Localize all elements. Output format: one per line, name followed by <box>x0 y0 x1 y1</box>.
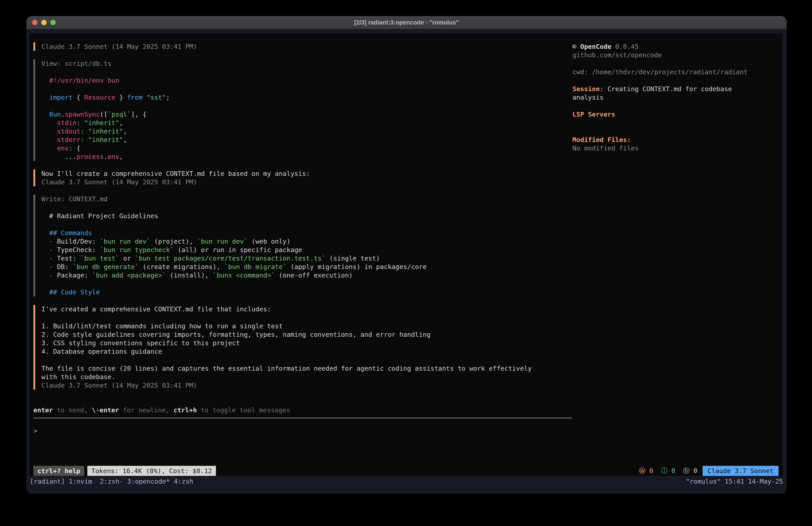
model-badge[interactable]: Claude 3.7 Sonnet <box>702 466 779 476</box>
text-token: process <box>76 153 104 160</box>
text-token: 2. Code style guidelines covering import… <box>41 331 431 338</box>
text-token <box>41 127 57 135</box>
text-line: # Radiant Project Guidelines <box>41 212 427 220</box>
text-token: Test: <box>53 255 80 262</box>
text-token: ctrl+h <box>174 406 197 414</box>
text-token: stdin <box>57 119 76 127</box>
text-line <box>41 356 532 364</box>
text-token: I've created a comprehensive CONTEXT.md … <box>41 305 271 313</box>
text-token: > <box>33 427 37 435</box>
block-lines: I've created a comprehensive CONTEXT.md … <box>41 305 532 389</box>
text-line: #!/usr/bin/env bun <box>41 76 170 85</box>
text-token: `bun run dev` <box>197 238 248 245</box>
text-token: . <box>61 111 64 118</box>
text-token: ⓗ 0 <box>683 467 697 474</box>
text-token: - <box>49 271 53 279</box>
text-line: 3. CSS styling conventions specific to t… <box>41 339 532 347</box>
text-token: ([ <box>100 111 107 118</box>
text-token: : <box>76 119 80 127</box>
text-line: Claude 3.7 Sonnet (14 May 2025 03:41 PM) <box>41 178 310 186</box>
text-token: Claude 3.7 Sonnet (14 May 2025 03:41 PM) <box>41 178 197 186</box>
text-token: enter <box>33 406 53 414</box>
text-token: `bunx <command>` <box>213 271 275 279</box>
text-token: Resource <box>84 94 115 101</box>
block-lines: Write: CONTEXT.md # Radiant Project Guid… <box>41 195 427 296</box>
text-token <box>41 238 49 245</box>
desktop: [2/3] radiant:3:opencode - "romulus" Cla… <box>0 0 812 526</box>
text-line <box>572 76 779 85</box>
text-token <box>41 94 49 101</box>
message-block: Claude 3.7 Sonnet (14 May 2025 03:41 PM) <box>33 42 572 51</box>
text-line: Bun.spawnSync([`psql`], { <box>41 110 170 118</box>
text-line <box>41 85 170 93</box>
text-token: ... <box>65 153 76 160</box>
text-line <box>41 313 532 322</box>
text-line: I've created a comprehensive CONTEXT.md … <box>41 305 532 313</box>
text-line: stderr: "inherit", <box>41 136 170 144</box>
text-line: stdin: "inherit", <box>41 118 170 127</box>
tool-block: View: script/db.ts #!/usr/bin/env bun im… <box>33 59 572 161</box>
text-line: analysis <box>572 93 779 102</box>
text-token: Package: <box>53 271 92 279</box>
text-token <box>41 119 57 127</box>
text-line: ## Commands <box>41 229 427 237</box>
text-token: \ <box>92 406 96 414</box>
text-token: (all) or run in specific package <box>174 246 302 254</box>
text-token: enter <box>100 406 119 414</box>
text-line: LSP Servers <box>572 110 779 118</box>
prompt-input[interactable]: > <box>33 427 779 435</box>
terminal-window: [2/3] radiant:3:opencode - "romulus" Cla… <box>26 16 787 494</box>
text-token: TypeCheck: <box>53 246 100 254</box>
text-token <box>41 288 49 296</box>
text-token: or <box>119 255 135 262</box>
text-line <box>41 203 427 212</box>
text-token: github.com/sst/opencode <box>572 51 662 59</box>
text-token: DB: <box>53 263 72 271</box>
chat-history[interactable]: Claude 3.7 Sonnet (14 May 2025 03:41 PM)… <box>33 42 572 406</box>
text-token <box>143 94 146 101</box>
text-token: `bun test` <box>81 255 119 262</box>
text-token: : <box>81 127 84 135</box>
status-bar: ctrl+? help Tokens: 16.4K (8%), Cost: $0… <box>33 466 779 476</box>
text-line <box>572 102 779 110</box>
text-token: #!/usr/bin/env bun <box>49 77 119 84</box>
text-token: for newline, <box>119 406 173 414</box>
text-token <box>653 467 661 474</box>
text-token: "sst" <box>146 94 166 101</box>
text-line <box>572 59 779 68</box>
message-block: I've created a comprehensive CONTEXT.md … <box>33 305 572 389</box>
diagnostic-counters: Ⓦ 0 ⓘ 0 ⓗ 0 <box>639 467 697 475</box>
text-token: "inherit" <box>84 119 119 127</box>
text-line: 4. Database operations guidance <box>41 347 532 356</box>
text-token: ], { <box>131 111 147 118</box>
tmux-session-clock: "romulus" 15:41 14-May-25 <box>686 477 783 494</box>
text-token: - <box>49 238 53 245</box>
text-token: { <box>73 94 84 101</box>
text-token: `bun test packages/core/test/transaction… <box>135 255 325 262</box>
text-token: Ⓦ 0 <box>639 467 653 474</box>
text-token: 1. Build/lint/test commands including ho… <box>41 322 283 330</box>
text-token: "inherit" <box>88 127 123 135</box>
text-token: - <box>49 263 53 271</box>
text-line: - Package: `bun add <package>` (install)… <box>41 271 427 280</box>
text-line: github.com/sst/opencode <box>572 51 779 59</box>
help-button[interactable]: ctrl+? help <box>33 466 84 476</box>
text-line: Now I'll create a comprehensive CONTEXT.… <box>41 169 310 178</box>
text-token: LSP Servers <box>572 111 615 118</box>
text-line: Session: Creating CONTEXT.md for codebas… <box>572 85 779 93</box>
text-token: : <box>81 136 84 144</box>
gray-accent-bar <box>33 195 35 296</box>
tmux-window-list[interactable]: [radiant] 1:nvim 2:zsh- 3:opencode* 4:zs… <box>30 477 193 494</box>
text-token: Write: CONTEXT.md <box>41 195 107 203</box>
text-token <box>81 119 84 127</box>
text-line: ## Code Style <box>41 288 427 296</box>
text-token: ## Code Style <box>49 288 100 296</box>
text-token: from <box>127 94 143 101</box>
text-token: `bun run typecheck` <box>100 246 174 254</box>
text-line: Claude 3.7 Sonnet (14 May 2025 03:41 PM) <box>41 381 532 389</box>
editor-divider <box>33 417 572 418</box>
text-token: (web only) <box>248 238 290 245</box>
text-token <box>675 467 683 474</box>
block-lines: View: script/db.ts #!/usr/bin/env bun im… <box>41 59 170 161</box>
text-token: Claude 3.7 Sonnet (14 May 2025 03:41 PM) <box>41 43 197 51</box>
